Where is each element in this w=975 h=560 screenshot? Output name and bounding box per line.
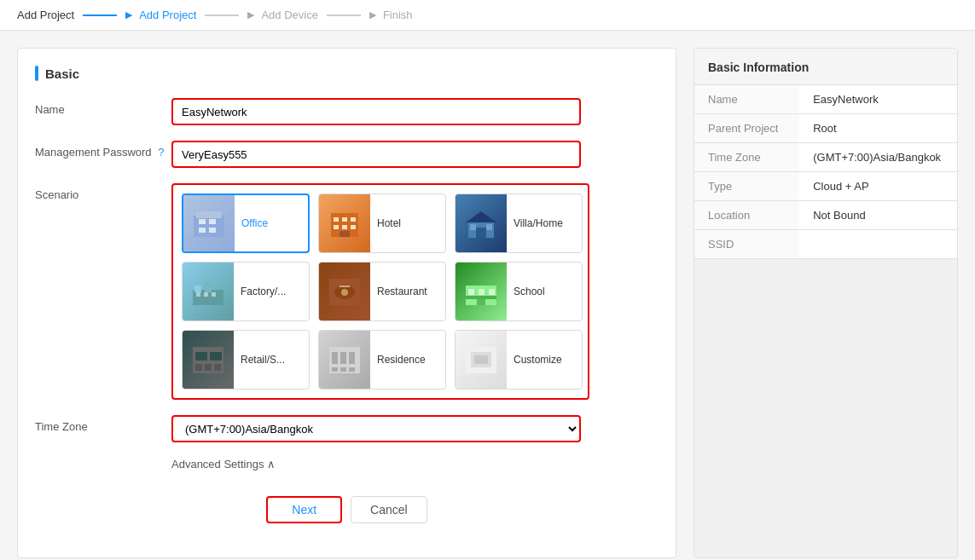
name-field-wrapper (171, 98, 659, 125)
timezone-label: Time Zone (35, 415, 171, 433)
scenario-grid: Office (171, 183, 589, 400)
info-row: Parent ProjectRoot (694, 114, 957, 143)
info-key: Time Zone (694, 143, 799, 172)
svg-rect-36 (195, 352, 207, 361)
svg-point-28 (341, 289, 348, 296)
svg-rect-33 (489, 289, 495, 295)
svg-rect-31 (468, 289, 474, 295)
scenario-row: Scenario (35, 183, 659, 400)
breadcrumb-step-add-project: Add Project (139, 9, 196, 21)
info-value: Not Bound (799, 201, 957, 230)
info-row: SSID (694, 230, 957, 259)
breadcrumb-bar: Add Project ▶ Add Project ▶ Add Device ▶… (0, 0, 975, 31)
svg-rect-32 (479, 289, 485, 295)
section-title-basic: Basic (35, 66, 659, 81)
scenario-thumb-retail (183, 330, 234, 390)
name-label: Name (35, 98, 171, 116)
scenario-label-school: School (507, 286, 582, 297)
svg-rect-20 (194, 286, 201, 292)
name-row: Name (35, 98, 659, 125)
scenario-label-factory: Factory/... (234, 286, 309, 297)
advanced-settings-icon: ∧ (267, 458, 276, 471)
advanced-settings-toggle[interactable]: Advanced Settings ∧ (171, 458, 659, 471)
svg-rect-3 (209, 219, 216, 224)
svg-rect-46 (340, 367, 346, 372)
info-value (799, 230, 957, 259)
name-input[interactable] (171, 98, 581, 125)
password-label: Management Password ? (35, 141, 171, 159)
scenario-card-villa[interactable]: Villa/Home (455, 193, 583, 253)
info-key: Location (694, 201, 799, 230)
scenario-card-restaurant[interactable]: Restaurant (318, 262, 446, 321)
cancel-button[interactable]: Cancel (351, 496, 427, 523)
svg-rect-16 (476, 228, 486, 238)
svg-rect-7 (334, 217, 339, 222)
password-input[interactable] (171, 141, 581, 168)
scenario-thumb-office (183, 193, 235, 253)
svg-marker-14 (466, 211, 496, 222)
breadcrumb-arrow-1: ▶ (125, 9, 132, 20)
svg-rect-1 (196, 211, 222, 218)
breadcrumb-line-3 (327, 14, 361, 16)
svg-rect-4 (199, 228, 206, 233)
svg-rect-10 (334, 225, 339, 229)
password-help-icon[interactable]: ? (158, 146, 164, 159)
timezone-field-wrapper: (GMT+7:00)Asia/Bangkok (171, 415, 659, 442)
scenario-thumb-factory (183, 262, 234, 321)
scenario-label-restaurant: Restaurant (370, 286, 445, 297)
svg-rect-38 (195, 364, 202, 371)
svg-rect-18 (486, 224, 492, 230)
info-key: Parent Project (694, 114, 799, 143)
info-row: TypeCloud + AP (694, 172, 957, 201)
svg-rect-17 (470, 224, 476, 230)
scenario-card-school[interactable]: School (455, 262, 583, 321)
svg-rect-43 (340, 352, 346, 364)
scenario-thumb-residence (319, 330, 370, 390)
svg-rect-45 (332, 367, 338, 372)
scenario-card-retail[interactable]: Retail/S... (182, 330, 310, 390)
info-table: NameEasyNetworkParent ProjectRootTime Zo… (694, 85, 957, 259)
scenario-thumb-school (456, 262, 507, 321)
scenario-thumb-hotel (319, 193, 370, 253)
breadcrumb-line-2 (205, 14, 239, 16)
info-row: Time Zone(GMT+7:00)Asia/Bangkok (694, 143, 957, 172)
scenario-card-residence[interactable]: Residence (318, 330, 446, 390)
scenario-label: Scenario (35, 183, 171, 201)
svg-rect-5 (209, 228, 216, 233)
next-button[interactable]: Next (266, 496, 342, 523)
scenario-card-factory[interactable]: Factory/... (182, 262, 310, 321)
scenario-grid-wrapper: Office (171, 183, 659, 400)
info-key: Name (694, 85, 799, 114)
breadcrumb-arrow-2: ▶ (247, 9, 254, 20)
footer-buttons: Next Cancel (35, 479, 659, 540)
svg-rect-44 (349, 352, 355, 364)
svg-rect-12 (351, 225, 356, 229)
breadcrumb-step-add-device: Add Device (261, 9, 317, 21)
svg-rect-0 (194, 216, 224, 237)
svg-rect-42 (332, 352, 338, 364)
scenario-label-office: Office (235, 217, 308, 229)
scenario-label-retail: Retail/S... (234, 354, 309, 366)
info-row: LocationNot Bound (694, 201, 957, 230)
scenario-thumb-restaurant (319, 262, 370, 321)
svg-rect-39 (205, 364, 212, 371)
svg-rect-30 (466, 296, 496, 299)
breadcrumb-root-label: Add Project (17, 9, 74, 21)
scenario-label-residence: Residence (370, 354, 445, 366)
scenario-card-customize[interactable]: Customize (455, 330, 583, 390)
breadcrumb-step-finish: Finish (383, 9, 413, 21)
scenario-thumb-villa (456, 193, 507, 253)
info-value: (GMT+7:00)Asia/Bangkok (799, 143, 957, 172)
scenario-card-office[interactable]: Office (182, 193, 310, 253)
info-value: Cloud + AP (799, 172, 957, 201)
svg-rect-22 (196, 292, 200, 297)
svg-rect-21 (205, 281, 212, 292)
svg-rect-27 (340, 286, 350, 287)
svg-rect-50 (474, 355, 488, 364)
timezone-select[interactable]: (GMT+7:00)Asia/Bangkok (171, 415, 581, 442)
password-field-wrapper (171, 141, 659, 168)
scenario-thumb-customize (456, 330, 507, 390)
svg-rect-2 (199, 219, 206, 224)
scenario-card-hotel[interactable]: Hotel (318, 193, 446, 253)
advanced-settings-label: Advanced Settings (171, 458, 264, 471)
